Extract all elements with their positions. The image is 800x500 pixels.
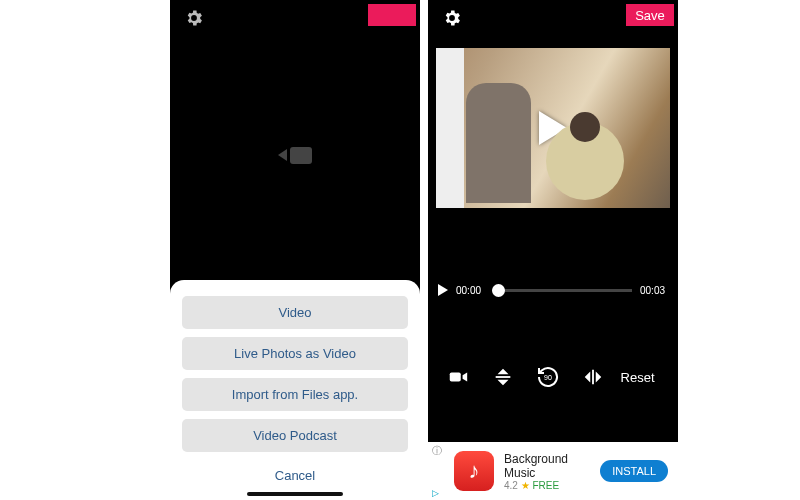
- action-sheet: Video Live Photos as Video Import from F…: [170, 280, 420, 500]
- gear-icon[interactable]: [442, 8, 462, 33]
- sheet-option-podcast[interactable]: Video Podcast: [182, 419, 408, 452]
- screenshot-editor: Save 00:00 00:03 90 Reset ⓘ ▷ ♪ Backgrou…: [428, 0, 678, 500]
- install-button[interactable]: INSTALL: [600, 460, 668, 482]
- home-indicator: [247, 492, 343, 496]
- scrubber[interactable]: [492, 289, 632, 292]
- ad-price: FREE: [532, 480, 559, 491]
- sheet-option-label: Import from Files app.: [232, 387, 358, 402]
- ad-text: Background Music 4.2 ★ FREE: [504, 452, 590, 491]
- reset-button[interactable]: Reset: [621, 370, 665, 385]
- time-duration: 00:03: [640, 285, 668, 296]
- camera-icon: [278, 147, 312, 164]
- save-button[interactable]: Save: [626, 4, 674, 26]
- screenshot-select-source: 00:00 00:00 Video Live Photos as Video I…: [170, 0, 420, 500]
- video-placeholder[interactable]: [170, 30, 420, 280]
- install-label: INSTALL: [612, 465, 656, 477]
- adchoices-icon[interactable]: ▷: [432, 488, 439, 498]
- source-video-icon[interactable]: [441, 363, 475, 391]
- play-overlay-icon[interactable]: [539, 111, 567, 145]
- edit-toolbar: 90 Reset: [428, 363, 678, 391]
- reset-label: Reset: [621, 370, 655, 385]
- time-current: 00:00: [456, 285, 484, 296]
- player-controls: 00:00 00:03: [428, 279, 678, 301]
- sheet-option-label: Video Podcast: [253, 428, 337, 443]
- sheet-option-label: Live Photos as Video: [234, 346, 356, 361]
- ad-title: Background Music: [504, 452, 590, 480]
- ad-app-icon: ♪: [454, 451, 494, 491]
- svg-text:90: 90: [544, 374, 552, 381]
- ad-rating: 4.2: [504, 480, 518, 491]
- ad-marker-icon[interactable]: ⓘ: [432, 444, 442, 458]
- sheet-option-files[interactable]: Import from Files app.: [182, 378, 408, 411]
- cancel-label: Cancel: [275, 468, 315, 483]
- play-button[interactable]: [438, 284, 448, 296]
- home-indicator: [505, 492, 601, 496]
- rotate-90-icon[interactable]: 90: [531, 363, 565, 391]
- sheet-option-video[interactable]: Video: [182, 296, 408, 329]
- flip-horizontal-icon[interactable]: [576, 363, 610, 391]
- svg-rect-0: [450, 372, 461, 381]
- flip-vertical-icon[interactable]: [486, 363, 520, 391]
- sheet-option-livephotos[interactable]: Live Photos as Video: [182, 337, 408, 370]
- video-preview[interactable]: [436, 48, 670, 208]
- sheet-cancel[interactable]: Cancel: [182, 460, 408, 490]
- save-label: Save: [635, 8, 665, 23]
- star-icon: ★: [521, 480, 530, 491]
- save-button[interactable]: [368, 4, 416, 26]
- sheet-option-label: Video: [278, 305, 311, 320]
